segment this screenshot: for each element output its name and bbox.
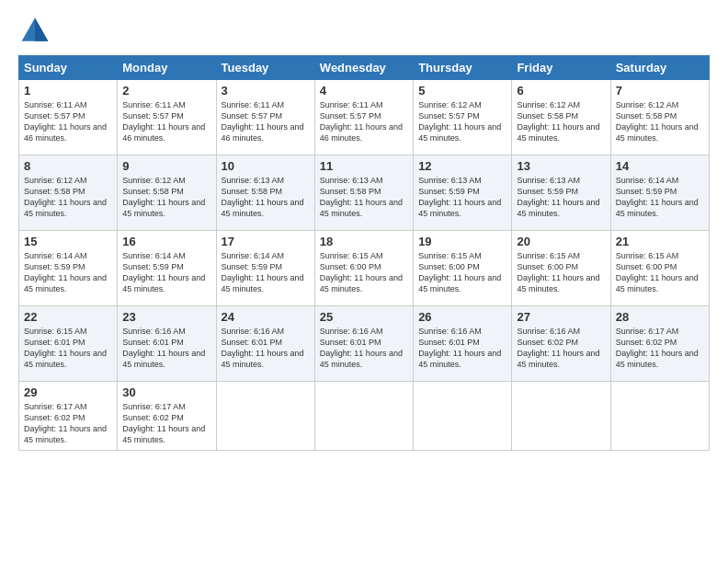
header xyxy=(18,15,710,48)
calendar-cell: 12Sunrise: 6:13 AMSunset: 5:59 PMDayligh… xyxy=(414,155,512,231)
calendar-cell: 25Sunrise: 6:16 AMSunset: 6:01 PMDayligh… xyxy=(314,306,413,382)
calendar-cell: 30Sunrise: 6:17 AMSunset: 6:02 PMDayligh… xyxy=(118,382,216,451)
calendar-cell: 29Sunrise: 6:17 AMSunset: 6:02 PMDayligh… xyxy=(19,382,118,451)
day-number: 2 xyxy=(122,84,210,98)
day-info: Sunrise: 6:15 AMSunset: 6:00 PMDaylight:… xyxy=(320,250,408,295)
calendar-cell: 7Sunrise: 6:12 AMSunset: 5:58 PMDaylight… xyxy=(610,80,709,155)
day-number: 1 xyxy=(24,84,112,98)
day-info: Sunrise: 6:16 AMSunset: 6:01 PMDaylight:… xyxy=(122,326,210,371)
calendar-cell xyxy=(512,382,610,451)
day-info: Sunrise: 6:17 AMSunset: 6:02 PMDaylight:… xyxy=(24,401,112,446)
day-info: Sunrise: 6:13 AMSunset: 5:59 PMDaylight:… xyxy=(517,175,605,220)
day-info: Sunrise: 6:12 AMSunset: 5:58 PMDaylight:… xyxy=(517,99,605,144)
calendar-cell: 10Sunrise: 6:13 AMSunset: 5:58 PMDayligh… xyxy=(216,155,314,231)
day-info: Sunrise: 6:12 AMSunset: 5:58 PMDaylight:… xyxy=(122,175,210,220)
day-number: 8 xyxy=(24,159,112,173)
calendar-cell: 13Sunrise: 6:13 AMSunset: 5:59 PMDayligh… xyxy=(512,155,610,231)
logo xyxy=(18,15,55,48)
svg-marker-1 xyxy=(35,18,48,41)
calendar-week-2: 8Sunrise: 6:12 AMSunset: 5:58 PMDaylight… xyxy=(19,155,710,231)
day-number: 29 xyxy=(24,385,112,399)
day-number: 21 xyxy=(616,235,704,248)
calendar-week-4: 22Sunrise: 6:15 AMSunset: 6:01 PMDayligh… xyxy=(19,306,710,382)
day-info: Sunrise: 6:14 AMSunset: 5:59 PMDaylight:… xyxy=(222,250,310,295)
day-number: 16 xyxy=(122,235,210,248)
day-number: 10 xyxy=(222,159,310,173)
calendar-cell: 1Sunrise: 6:11 AMSunset: 5:57 PMDaylight… xyxy=(19,80,118,155)
day-info: Sunrise: 6:16 AMSunset: 6:02 PMDaylight:… xyxy=(517,326,605,371)
day-info: Sunrise: 6:13 AMSunset: 5:58 PMDaylight:… xyxy=(320,175,408,220)
day-number: 23 xyxy=(122,310,210,324)
day-number: 22 xyxy=(24,310,112,324)
calendar-cell xyxy=(610,382,709,451)
calendar-header-monday: Monday xyxy=(118,56,216,80)
day-number: 3 xyxy=(222,84,310,98)
day-number: 17 xyxy=(222,235,310,248)
calendar-header-sunday: Sunday xyxy=(19,56,118,80)
calendar-cell xyxy=(414,382,512,451)
day-info: Sunrise: 6:15 AMSunset: 6:00 PMDaylight:… xyxy=(418,250,506,295)
day-number: 4 xyxy=(320,84,408,98)
day-number: 28 xyxy=(616,310,704,324)
day-info: Sunrise: 6:12 AMSunset: 5:58 PMDaylight:… xyxy=(616,99,704,144)
calendar-week-5: 29Sunrise: 6:17 AMSunset: 6:02 PMDayligh… xyxy=(19,382,710,451)
calendar-cell: 2Sunrise: 6:11 AMSunset: 5:57 PMDaylight… xyxy=(118,80,216,155)
day-info: Sunrise: 6:13 AMSunset: 5:59 PMDaylight:… xyxy=(418,175,506,220)
day-info: Sunrise: 6:14 AMSunset: 5:59 PMDaylight:… xyxy=(24,250,112,295)
day-number: 20 xyxy=(517,235,605,248)
calendar-cell: 26Sunrise: 6:16 AMSunset: 6:01 PMDayligh… xyxy=(414,306,512,382)
calendar-cell: 3Sunrise: 6:11 AMSunset: 5:57 PMDaylight… xyxy=(216,80,314,155)
day-info: Sunrise: 6:11 AMSunset: 5:57 PMDaylight:… xyxy=(320,99,408,144)
day-number: 5 xyxy=(418,84,506,98)
calendar-cell xyxy=(216,382,314,451)
day-info: Sunrise: 6:16 AMSunset: 6:01 PMDaylight:… xyxy=(222,326,310,371)
calendar-header-thursday: Thursday xyxy=(414,56,512,80)
calendar-cell: 22Sunrise: 6:15 AMSunset: 6:01 PMDayligh… xyxy=(19,306,118,382)
calendar-cell: 8Sunrise: 6:12 AMSunset: 5:58 PMDaylight… xyxy=(19,155,118,231)
calendar-cell: 27Sunrise: 6:16 AMSunset: 6:02 PMDayligh… xyxy=(512,306,610,382)
calendar-cell: 5Sunrise: 6:12 AMSunset: 5:57 PMDaylight… xyxy=(414,80,512,155)
day-number: 14 xyxy=(616,159,704,173)
day-number: 26 xyxy=(418,310,506,324)
day-number: 27 xyxy=(517,310,605,324)
calendar-header-row: SundayMondayTuesdayWednesdayThursdayFrid… xyxy=(19,56,710,80)
calendar-cell: 11Sunrise: 6:13 AMSunset: 5:58 PMDayligh… xyxy=(314,155,413,231)
calendar-week-1: 1Sunrise: 6:11 AMSunset: 5:57 PMDaylight… xyxy=(19,80,710,155)
calendar-week-3: 15Sunrise: 6:14 AMSunset: 5:59 PMDayligh… xyxy=(19,231,710,306)
calendar-cell: 18Sunrise: 6:15 AMSunset: 6:00 PMDayligh… xyxy=(314,231,413,306)
day-info: Sunrise: 6:11 AMSunset: 5:57 PMDaylight:… xyxy=(122,99,210,144)
logo-icon xyxy=(18,15,51,48)
day-info: Sunrise: 6:12 AMSunset: 5:57 PMDaylight:… xyxy=(418,99,506,144)
page: SundayMondayTuesdayWednesdayThursdayFrid… xyxy=(0,0,728,563)
day-info: Sunrise: 6:13 AMSunset: 5:58 PMDaylight:… xyxy=(222,175,310,220)
calendar-cell: 16Sunrise: 6:14 AMSunset: 5:59 PMDayligh… xyxy=(118,231,216,306)
calendar-cell: 21Sunrise: 6:15 AMSunset: 6:00 PMDayligh… xyxy=(610,231,709,306)
day-number: 6 xyxy=(517,84,605,98)
day-info: Sunrise: 6:15 AMSunset: 6:00 PMDaylight:… xyxy=(517,250,605,295)
day-number: 15 xyxy=(24,235,112,248)
calendar-cell: 19Sunrise: 6:15 AMSunset: 6:00 PMDayligh… xyxy=(414,231,512,306)
day-number: 11 xyxy=(320,159,408,173)
day-number: 12 xyxy=(418,159,506,173)
calendar-cell: 17Sunrise: 6:14 AMSunset: 5:59 PMDayligh… xyxy=(216,231,314,306)
calendar-cell: 4Sunrise: 6:11 AMSunset: 5:57 PMDaylight… xyxy=(314,80,413,155)
day-info: Sunrise: 6:16 AMSunset: 6:01 PMDaylight:… xyxy=(320,326,408,371)
day-info: Sunrise: 6:11 AMSunset: 5:57 PMDaylight:… xyxy=(222,99,310,144)
calendar-cell: 6Sunrise: 6:12 AMSunset: 5:58 PMDaylight… xyxy=(512,80,610,155)
day-info: Sunrise: 6:12 AMSunset: 5:58 PMDaylight:… xyxy=(24,175,112,220)
day-number: 19 xyxy=(418,235,506,248)
calendar-cell: 24Sunrise: 6:16 AMSunset: 6:01 PMDayligh… xyxy=(216,306,314,382)
calendar-cell: 20Sunrise: 6:15 AMSunset: 6:00 PMDayligh… xyxy=(512,231,610,306)
calendar-header-saturday: Saturday xyxy=(610,56,709,80)
day-number: 13 xyxy=(517,159,605,173)
day-number: 25 xyxy=(320,310,408,324)
calendar-header-friday: Friday xyxy=(512,56,610,80)
day-number: 24 xyxy=(222,310,310,324)
day-info: Sunrise: 6:11 AMSunset: 5:57 PMDaylight:… xyxy=(24,99,112,144)
day-info: Sunrise: 6:16 AMSunset: 6:01 PMDaylight:… xyxy=(418,326,506,371)
day-info: Sunrise: 6:14 AMSunset: 5:59 PMDaylight:… xyxy=(122,250,210,295)
day-number: 7 xyxy=(616,84,704,98)
day-number: 30 xyxy=(122,385,210,399)
day-info: Sunrise: 6:15 AMSunset: 6:01 PMDaylight:… xyxy=(24,326,112,371)
calendar-cell xyxy=(314,382,413,451)
